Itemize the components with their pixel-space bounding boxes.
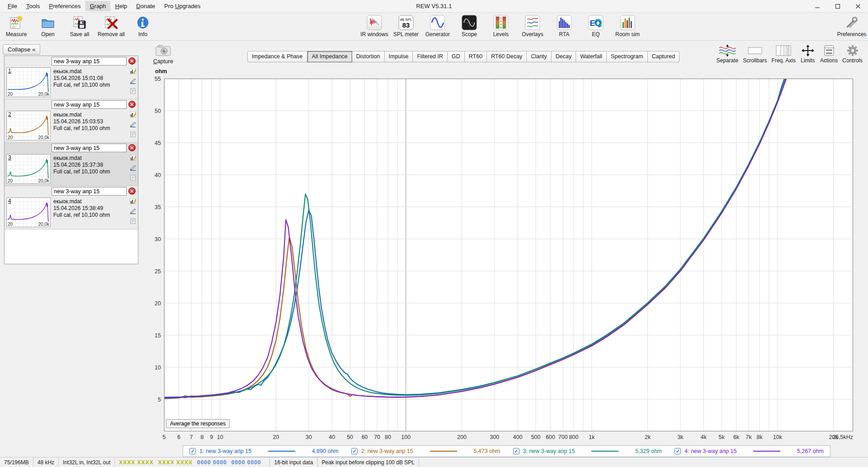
measurement-3-name-input[interactable] (52, 144, 127, 152)
notes-icon[interactable] (130, 131, 136, 139)
measurement-3-delete-button[interactable]: ✕ (128, 144, 136, 151)
tab-decay[interactable]: Decay (552, 51, 576, 62)
menu-donate[interactable]: Donate (132, 1, 159, 11)
measurement-1-name-input[interactable] (52, 57, 127, 65)
toolbar-label: Generator (425, 31, 450, 37)
tab-waterfall[interactable]: Waterfall (576, 51, 607, 62)
menu-pro-upgrades[interactable]: Pro Upgrades (160, 1, 204, 11)
collapse-sidebar-button[interactable]: Collapse « (3, 44, 40, 55)
average-responses-button[interactable]: Average the responses (166, 419, 230, 428)
tab-impedance-phase[interactable]: Impedance & Phase (247, 51, 307, 62)
measurement-item-4[interactable]: 42020,0kекыок.mdat15.04.2026 15:38:49Ful… (5, 196, 138, 229)
tab-impulse[interactable]: Impulse (385, 51, 413, 62)
toolbar-room-sim-button[interactable]: Room sim (615, 15, 640, 37)
tab-clarity[interactable]: Clarity (527, 51, 551, 62)
menu-preferences[interactable]: Preferences (45, 1, 85, 11)
toolbar-label: Info (138, 31, 147, 37)
notes-icon[interactable] (130, 218, 136, 225)
graph-scrollbars-button[interactable]: Scrollbars (743, 44, 767, 64)
toolbar-spl-meter-button[interactable]: dB SPL83SPL meter (393, 15, 419, 37)
legend-checkbox-3[interactable]: ✓ (513, 448, 519, 454)
minimize-button[interactable] (807, 0, 827, 13)
collapse-chevrons-icon: « (32, 46, 35, 53)
toolbar-eq-button[interactable]: EQEQ (583, 15, 609, 37)
svg-text:25: 25 (155, 268, 161, 275)
menu-file[interactable]: File (4, 1, 21, 11)
measurement-item-3[interactable]: 32020,0kекыок.mdat15.04.2026 15:37:38Ful… (5, 153, 138, 186)
chart-pencil-icon[interactable] (130, 155, 136, 162)
pencil-icon[interactable] (130, 165, 136, 172)
toolbar-measure-button[interactable]: Measure (4, 15, 29, 37)
measurement-4-name-input[interactable] (52, 187, 127, 196)
toolbar-label: Levels (493, 31, 509, 37)
legend-checkbox-2[interactable]: ✓ (351, 448, 358, 454)
measurement-1-thumbnail[interactable]: 12020,0k (6, 67, 51, 97)
menu-help[interactable]: Help (111, 1, 132, 11)
toolbar-levels-button[interactable]: 0369Levels (488, 15, 514, 37)
pencil-icon[interactable] (130, 78, 136, 85)
tab-all-impedance[interactable]: All Impedance (307, 51, 352, 62)
toolbar-info-button[interactable]: Info (130, 15, 156, 37)
chart-pencil-icon[interactable] (130, 198, 136, 205)
notes-icon[interactable] (130, 175, 136, 182)
measurement-2-name-input[interactable] (52, 100, 127, 109)
svg-text:45: 45 (155, 140, 161, 146)
measurement-4-thumbnail[interactable]: 42020,0k (6, 197, 51, 227)
graph-controls-button[interactable]: Controls (842, 44, 863, 64)
menu-tools[interactable]: Tools (22, 1, 44, 11)
svg-text:7: 7 (190, 434, 193, 440)
tab-spectrogram[interactable]: Spectrogram (607, 51, 648, 62)
thumb-axis-max: 20,0k (38, 178, 49, 183)
toolbar-preferences-button[interactable]: Preferences (839, 15, 864, 37)
tab-gd[interactable]: GD (448, 51, 465, 62)
tab-rt60-decay[interactable]: RT60 Decay (487, 51, 527, 62)
spl-meter-icon: dB SPL83 (398, 15, 414, 30)
svg-text:500: 500 (531, 434, 541, 440)
chart-pencil-icon[interactable] (130, 68, 136, 75)
svg-text:400: 400 (513, 434, 523, 440)
graph-limits-button[interactable]: Limits (800, 44, 816, 64)
toolbar-remove-all-button[interactable]: Remove all (99, 15, 124, 37)
measurement-3-thumbnail[interactable]: 32020,0k (6, 154, 51, 184)
tab-captured[interactable]: Captured (648, 51, 679, 62)
measurement-2-thumbnail[interactable]: 22020,0k (6, 111, 51, 140)
toolbar-overlays-button[interactable]: Overlays (520, 15, 545, 37)
toolbar-rta-button[interactable]: RTA (552, 15, 577, 37)
pencil-icon[interactable] (130, 208, 136, 215)
graph-separate-button[interactable]: Separate (717, 44, 739, 64)
measurement-4-tools (130, 198, 136, 225)
toolbar-ir-windows-button[interactable]: IR windows (362, 15, 387, 37)
toolbar-scope-button[interactable]: Scope (457, 15, 482, 37)
notes-icon[interactable] (130, 88, 136, 95)
menu-graph[interactable]: Graph (85, 1, 110, 11)
measurement-item-1[interactable]: 12020,0kекыок.mdat15.04.2026 15:01:08Ful… (5, 66, 138, 99)
maximize-button[interactable] (827, 0, 848, 13)
legend-checkbox-1[interactable]: ✓ (189, 448, 196, 454)
toolbar-open-button[interactable]: Open (35, 15, 61, 37)
tab-filtered-ir[interactable]: Filtered IR (413, 51, 448, 62)
close-button[interactable] (848, 0, 868, 13)
measurements-sidebar: Collapse « ✕12020,0kекыок.mdat15.04.2026… (0, 41, 143, 457)
impedance-plot[interactable]: 5678910203040506070801002003004005006007… (164, 79, 853, 444)
graph-freq-axis-button[interactable]: Freq. Axis (772, 44, 796, 64)
pencil-icon[interactable] (130, 121, 136, 129)
svg-text:83: 83 (402, 21, 410, 29)
status-clipping: Peak input before clipping 100 dB SPL (318, 458, 419, 467)
graph-actions-button[interactable]: Actions (820, 44, 838, 64)
svg-text:60: 60 (362, 434, 368, 440)
capture-button[interactable]: Capture (150, 45, 177, 65)
toolbar-save-all-button[interactable]: Save all (67, 15, 92, 37)
toolbar-generator-button[interactable]: Generator (425, 15, 450, 37)
legend-entry-1: ✓1: new 3-way апр 154,890 ohm (183, 448, 345, 454)
measurement-4-delete-button[interactable]: ✕ (128, 187, 136, 195)
measurement-cal: Full cal, ref 10,100 ohm (53, 212, 110, 219)
tab-rt60[interactable]: RT60 (465, 51, 487, 62)
measurement-item-2[interactable]: 22020,0kекыок.mdat15.04.2026 15:03:53Ful… (5, 110, 138, 143)
thumb-axis-max: 20,0k (38, 92, 49, 97)
tab-distortion[interactable]: Distortion (352, 51, 385, 62)
measurement-1-delete-button[interactable]: ✕ (128, 57, 136, 65)
measurement-2-delete-button[interactable]: ✕ (128, 101, 136, 108)
legend-checkbox-4[interactable]: ✓ (675, 448, 681, 454)
chart-pencil-icon[interactable] (130, 112, 136, 119)
impedance-chart[interactable]: 5678910203040506070801002003004005006007… (164, 79, 853, 444)
